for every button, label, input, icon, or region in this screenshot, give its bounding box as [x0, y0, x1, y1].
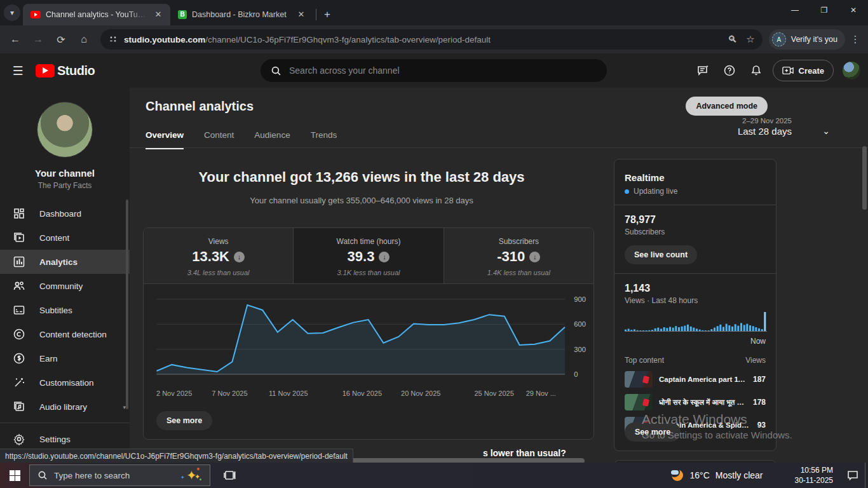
weather-moon-icon: [670, 468, 684, 482]
realtime-see-more-button[interactable]: See more: [625, 423, 681, 442]
create-button[interactable]: Create: [773, 60, 834, 81]
sidebar-divider: [0, 423, 130, 423]
forward-icon[interactable]: →: [28, 29, 48, 50]
tab-search-chevron-icon[interactable]: ▾: [4, 4, 20, 21]
restore-button[interactable]: ❐: [810, 0, 839, 20]
taskbar-weather[interactable]: 16°C Mostly clear: [664, 468, 770, 482]
youtube-logo-icon: [36, 64, 55, 78]
start-button[interactable]: [0, 463, 29, 488]
tab-overview[interactable]: Overview: [146, 130, 184, 149]
reload-icon[interactable]: ⟳: [51, 29, 71, 50]
page-title: Channel analytics: [146, 99, 254, 114]
back-icon[interactable]: ←: [5, 29, 25, 50]
menu-icon[interactable]: ☰: [0, 64, 36, 78]
date: 30-11-2025: [795, 475, 834, 485]
tab-audience[interactable]: Audience: [254, 130, 290, 149]
see-more-button[interactable]: See more: [156, 411, 212, 430]
browser-tab-inactive[interactable]: B Dashboard - Bizkro Market ✕: [170, 4, 313, 25]
taskbar-search-input[interactable]: Type here to search ✦✦✦: [29, 464, 210, 486]
verify-profile-button[interactable]: A Verify it's you: [769, 29, 845, 50]
sidebar-item-earn[interactable]: Earn: [0, 346, 130, 370]
see-live-count-button[interactable]: See live count: [625, 245, 697, 264]
chevron-down-icon[interactable]: ⌄: [822, 126, 830, 136]
channel-avatar[interactable]: [37, 102, 93, 158]
sidebar-item-subtitles[interactable]: Subtitles: [0, 298, 130, 322]
channel-search-input[interactable]: Search across your channel: [261, 59, 607, 82]
metric-watch-time[interactable]: Watch time (hours) 39.3↓ 3.1K less than …: [293, 228, 443, 283]
window-controls: — ❐ ✕: [780, 0, 868, 20]
time: 10:56 PM: [795, 465, 834, 475]
sidebar-item-content[interactable]: Content: [0, 226, 130, 250]
profile-avatar: A: [772, 32, 786, 46]
views-line-chart[interactable]: 0300600900: [144, 287, 593, 388]
sidebar-item-analytics[interactable]: Analytics: [0, 250, 130, 274]
account-avatar[interactable]: [843, 62, 860, 79]
sidebar-item-community[interactable]: Community: [0, 274, 130, 298]
sidebar-item-settings[interactable]: Settings: [0, 427, 130, 451]
now-label: Now: [625, 337, 766, 346]
zoom-icon[interactable]: 🔍︎: [728, 34, 737, 45]
search-placeholder: Search across your channel: [289, 65, 400, 76]
x-axis-labels: 2 Nov 20257 Nov 202511 Nov 202516 Nov 20…: [156, 390, 553, 400]
notifications-bell-icon[interactable]: [746, 60, 766, 81]
help-icon[interactable]: [719, 60, 740, 81]
metric-views[interactable]: Views 13.3K↓ 3.4L less than usual: [144, 228, 293, 283]
copilot-sparkle-icon: ✦✦✦: [180, 468, 202, 483]
analytics-icon: [13, 255, 25, 268]
advanced-mode-button[interactable]: Advanced mode: [686, 97, 768, 116]
home-icon[interactable]: ⌂: [74, 29, 94, 50]
address-bar[interactable]: studio.youtube.com/channel/UC1o-J6pFi7fE…: [100, 29, 763, 50]
task-view-icon[interactable]: [217, 463, 242, 488]
svg-text:600: 600: [574, 320, 586, 328]
minimize-button[interactable]: —: [780, 0, 810, 20]
tab-divider: [316, 9, 316, 20]
analytics-tabs: Overview Content Audience Trends: [146, 130, 337, 149]
page-scrollbar[interactable]: [862, 146, 867, 210]
taskbar-search-placeholder: Type here to search: [54, 471, 130, 480]
new-tab-button[interactable]: +: [319, 6, 336, 23]
copyright-icon: [13, 328, 25, 341]
studio-logo-label: Studio: [57, 64, 95, 78]
chevron-down-icon: ▾: [123, 404, 126, 410]
studio-header: ☰ Studio Search across your channel Crea…: [0, 53, 868, 88]
close-window-button[interactable]: ✕: [839, 0, 868, 20]
earn-icon: [13, 352, 25, 365]
sidebar-item-audio-library[interactable]: Audio library: [0, 395, 130, 419]
top-content-row[interactable]: धोनी सर के स्कूल में आया भूत … 178: [625, 394, 766, 410]
subscriber-count: 78,977: [625, 214, 766, 226]
browser-toolbar: ← → ⟳ ⌂ studio.youtube.com/channel/UC1o-…: [0, 25, 868, 53]
sidebar-item-customisation[interactable]: Customisation: [0, 370, 130, 395]
tab-content[interactable]: Content: [204, 130, 234, 149]
partial-question-text: s lower than usual?: [483, 448, 566, 458]
show-desktop-button[interactable]: [865, 463, 868, 488]
close-tab-icon[interactable]: ✕: [295, 9, 307, 20]
dashboard-icon: [13, 207, 25, 220]
svg-text:300: 300: [574, 346, 586, 353]
search-icon: [37, 470, 48, 480]
feedback-chat-icon[interactable]: [693, 60, 713, 81]
realtime-bar-chart[interactable]: [625, 311, 766, 336]
site-info-icon[interactable]: [108, 34, 118, 44]
taskbar: Type here to search ✦✦✦ 16°C Mostly clea…: [0, 463, 868, 488]
create-label: Create: [799, 66, 824, 76]
studio-logo[interactable]: Studio: [36, 64, 95, 78]
date-range: 2–29 Nov 2025: [738, 117, 792, 125]
bookmark-star-icon[interactable]: ☆: [746, 34, 754, 45]
verify-label: Verify it's you: [791, 35, 837, 44]
browser-menu-icon[interactable]: ⋮: [848, 29, 863, 50]
sidebar-item-dashboard[interactable]: Dashboard: [0, 201, 130, 226]
metric-subscribers[interactable]: Subscribers -310↓ 1.4K less than usual: [444, 228, 593, 283]
close-tab-icon[interactable]: ✕: [153, 9, 164, 20]
views-48h-count: 1,143: [625, 283, 766, 294]
taskbar-clock[interactable]: 10:56 PM 30-11-2025: [770, 465, 841, 485]
audio-library-icon: [13, 400, 25, 413]
top-content-row[interactable]: Captain America part 11 … 187: [625, 371, 766, 388]
tab-trends[interactable]: Trends: [311, 130, 337, 149]
video-thumbnail: [625, 394, 653, 410]
date-range-picker[interactable]: 2–29 Nov 2025 Last 28 days: [738, 117, 792, 137]
views-48h-label: Views · Last 48 hours: [625, 296, 766, 305]
sidebar-scrollbar[interactable]: [126, 200, 128, 409]
notification-center-icon[interactable]: [841, 463, 865, 488]
browser-tab-active[interactable]: Channel analytics - YouTube Stu ✕: [23, 4, 170, 25]
sidebar-item-content-detection[interactable]: Content detection: [0, 322, 130, 346]
